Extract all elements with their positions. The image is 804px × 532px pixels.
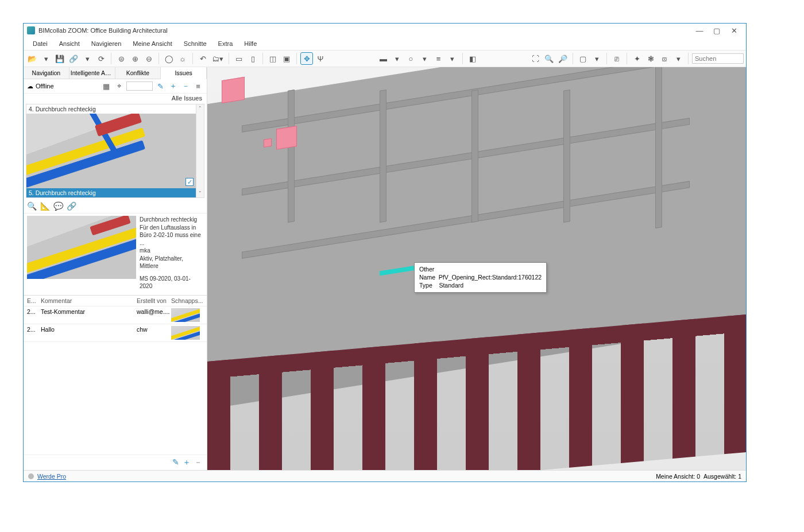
circle-icon[interactable]: ○	[405, 52, 418, 65]
sun-icon[interactable]: ☼	[176, 52, 189, 65]
comment-thumb	[171, 308, 200, 322]
screenshot-icon[interactable]: ⎚	[610, 52, 623, 65]
zoom-to-icon[interactable]: 🔍	[27, 201, 37, 211]
scroll-down-icon[interactable]: ˅	[196, 189, 204, 197]
circle-dropdown-icon[interactable]: ▾	[419, 52, 431, 65]
tooltip-type-value: Standard	[439, 282, 463, 289]
col-e[interactable]: E...	[27, 297, 41, 304]
fit-icon[interactable]: ⊜	[115, 52, 127, 65]
minimize-button[interactable]: —	[691, 26, 708, 35]
comment-row[interactable]: 2... Hallo chw	[24, 324, 207, 342]
side-view-icon[interactable]: ▯	[246, 52, 259, 65]
grid-icon[interactable]: ▦	[101, 81, 111, 91]
menu-meine-ansicht[interactable]: Meine Ansicht	[127, 39, 177, 48]
select-area-icon[interactable]: ⛶	[529, 52, 542, 65]
hatch-icon[interactable]: ⦻	[658, 52, 671, 65]
pro-link[interactable]: Werde Pro	[37, 473, 66, 480]
detail-user: mka	[140, 247, 203, 255]
tab-conflicts[interactable]: Konflikte	[115, 67, 161, 79]
selected-label: Ausgewählt:	[704, 473, 736, 480]
magnify-icon[interactable]: 🔍	[543, 52, 555, 65]
open-icon[interactable]: 📂	[26, 52, 38, 65]
edit-comment-icon[interactable]: ✎	[172, 457, 179, 468]
tab-smart-views[interactable]: Intelligente Ansi...	[69, 67, 115, 79]
comment-thumb	[171, 326, 200, 340]
orbit-icon[interactable]: ◯	[163, 52, 175, 65]
tab-navigation[interactable]: Navigation	[24, 67, 69, 79]
menu-navigieren[interactable]: Navigieren	[86, 39, 127, 48]
myview-count: 0	[697, 473, 700, 480]
comment-row[interactable]: 2... Test-Kommentar walli@me....	[24, 306, 207, 324]
add-comment-icon[interactable]: ＋	[183, 457, 191, 468]
offline-label: Offline	[36, 83, 54, 90]
scroll-up-icon[interactable]: ˄	[196, 104, 204, 112]
clip-icon[interactable]: ◧	[466, 52, 479, 65]
remove-comment-icon[interactable]: －	[194, 457, 202, 468]
undo-icon[interactable]: ↶	[196, 52, 209, 65]
measure-icon[interactable]: 📐	[40, 201, 50, 211]
attach-icon[interactable]: 🔗	[67, 52, 80, 65]
anim-icon[interactable]: ❃	[644, 52, 657, 65]
comment-table: E... Kommentar Erstellt von Schnapps... …	[24, 295, 207, 342]
link-icon[interactable]: 🔗	[67, 201, 76, 211]
issue-filter-input[interactable]	[126, 81, 153, 91]
issue-4-check-icon[interactable]: ✓	[185, 178, 194, 186]
lines-dropdown-icon[interactable]: ▾	[446, 52, 459, 65]
titlebar: BIMcollab ZOOM: Office Building Architec…	[24, 24, 746, 37]
save-icon[interactable]: 💾	[53, 52, 66, 65]
section-dropdown-icon[interactable]: ▾	[590, 52, 603, 65]
autoview-icon[interactable]: ✦	[631, 52, 643, 65]
issue-scrollbar[interactable]: ˄ ˅	[196, 104, 204, 197]
detail-title: Durchbruch rechteckig	[140, 216, 203, 224]
app-window: BIMcollab ZOOM: Office Building Architec…	[23, 23, 747, 482]
selected-count: 1	[738, 473, 741, 480]
issue-list: 4. Durchbruch rechteckig ✓ 5. Durchbruch…	[26, 104, 204, 198]
front-view-icon[interactable]: ▭	[233, 52, 245, 65]
refresh-icon[interactable]: ⟳	[95, 52, 107, 65]
menu-datei[interactable]: Datei	[27, 39, 53, 48]
close-button[interactable]: ✕	[725, 26, 743, 35]
comment-icon[interactable]: 💬	[53, 201, 63, 211]
box-icon[interactable]: ▣	[280, 52, 293, 65]
edit-icon[interactable]: ✎	[155, 81, 165, 91]
menu-hilfe[interactable]: Hilfe	[238, 39, 262, 48]
view-dropdown-icon[interactable]: 🗂▾	[210, 52, 225, 65]
tooltip-category: Other	[419, 265, 542, 273]
col-comment[interactable]: Kommentar	[41, 297, 137, 304]
zoom-out-icon[interactable]: ⊖	[142, 52, 155, 65]
issue-4-caption: 4. Durchbruch rechteckig	[26, 104, 204, 114]
attach-dropdown-icon[interactable]: ▾	[81, 52, 94, 65]
col-author[interactable]: Erstellt von	[137, 297, 171, 304]
issue-4-thumbnail[interactable]: ✓	[26, 114, 196, 188]
tab-issues[interactable]: Issues	[161, 67, 207, 79]
lines-icon[interactable]: ≡	[432, 52, 445, 65]
zoom-in-icon[interactable]: ⊕	[129, 52, 141, 65]
crosshair-icon[interactable]: ✥	[300, 52, 313, 65]
search-input[interactable]	[692, 53, 744, 64]
menubar: Datei Ansicht Navigieren Meine Ansicht S…	[24, 37, 746, 50]
section-icon[interactable]: ▢	[577, 52, 589, 65]
maximize-button[interactable]: ▢	[708, 26, 725, 35]
color-bar-icon[interactable]: ▬	[377, 52, 390, 65]
add-issue-icon[interactable]: ＋	[168, 81, 178, 91]
menu-extra[interactable]: Extra	[212, 39, 239, 48]
filter-icon[interactable]: ⌖	[114, 81, 124, 91]
menu-icon[interactable]: ≡	[193, 81, 203, 91]
cube-icon[interactable]: ◫	[266, 52, 279, 65]
hatch-dropdown-icon[interactable]: ▾	[672, 52, 685, 65]
menu-schnitte[interactable]: Schnitte	[178, 39, 212, 48]
magnify-area-icon[interactable]: 🔎	[556, 52, 569, 65]
detail-thumbnail[interactable]	[27, 216, 136, 279]
detail-toolbar: 🔍 📐 💬 🔗	[24, 199, 207, 213]
open-dropdown-icon[interactable]: ▾	[40, 52, 52, 65]
color-bar-dropdown-icon[interactable]: ▾	[391, 52, 404, 65]
remove-issue-icon[interactable]: －	[180, 81, 191, 91]
offline-bar: ☁ Offline ▦ ⌖ ✎ ＋ － ≡	[24, 79, 207, 94]
menu-ansicht[interactable]: Ansicht	[53, 39, 86, 48]
all-issues-label: Alle Issues	[24, 94, 207, 103]
issue-5-caption[interactable]: 5. Durchbruch rechteckig	[26, 188, 204, 197]
col-snapshot[interactable]: Schnapps...	[171, 297, 203, 304]
branch-icon[interactable]: Ψ	[314, 52, 327, 65]
3d-viewport[interactable]: Other Name PfV_Opening_Rect:Standard:176…	[207, 67, 746, 470]
sidebar-tabs: Navigation Intelligente Ansi... Konflikt…	[24, 67, 207, 79]
